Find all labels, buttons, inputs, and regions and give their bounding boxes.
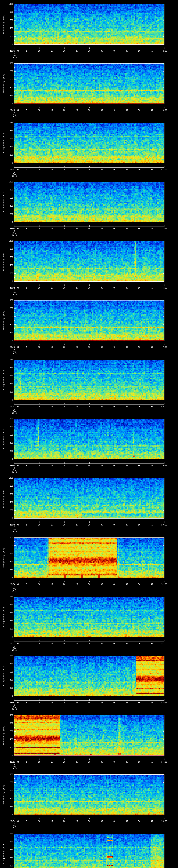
x-tick-label: 45 bbox=[126, 583, 128, 585]
x-end-time-label: 42:00 bbox=[161, 50, 167, 52]
x-tick-label: 30 bbox=[88, 524, 90, 526]
x-tick-label: 50 bbox=[138, 761, 141, 763]
y-tick-label: 600 bbox=[0, 434, 13, 436]
y-tick-label: 800 bbox=[0, 367, 13, 369]
x-end-time-label: 54:00 bbox=[161, 761, 167, 763]
x-tick-label: 45 bbox=[126, 346, 128, 348]
spectrogram-panel-6: Frequency (Hz)0200400600800100023:46:005… bbox=[0, 296, 178, 355]
y-axis-title: Frequency (Hz) bbox=[3, 488, 5, 508]
y-axis-title: Frequency (Hz) bbox=[3, 251, 5, 271]
spectrogram-canvas bbox=[0, 830, 178, 868]
date-line: 2015 bbox=[12, 57, 17, 59]
x-tick-label: 30 bbox=[88, 820, 90, 823]
x-tick-label: 55 bbox=[151, 702, 153, 704]
y-tick-label: 400 bbox=[0, 383, 13, 385]
y-tick-label: 0 bbox=[0, 458, 13, 460]
x-tick-label: 35 bbox=[101, 287, 103, 289]
x-tick-label: 25 bbox=[76, 346, 78, 348]
x-tick-label: 25 bbox=[76, 50, 78, 52]
x-tick-label: 20 bbox=[63, 168, 65, 170]
x-tick-label: 55 bbox=[151, 287, 153, 289]
x-tick-label: 5 bbox=[26, 406, 27, 408]
x-tick-label: 30 bbox=[88, 50, 90, 52]
x-tick-label: 20 bbox=[63, 761, 65, 763]
y-tick-label: 800 bbox=[0, 545, 13, 547]
x-tick-label: 40 bbox=[113, 346, 115, 348]
x-tick-label: 15 bbox=[51, 287, 53, 289]
y-axis-title: Frequency (Hz) bbox=[3, 73, 5, 93]
x-tick-label: 35 bbox=[101, 50, 103, 52]
y-tick-label: 200 bbox=[0, 746, 13, 749]
y-tick-label: 0 bbox=[0, 636, 13, 638]
x-tick-label: 10 bbox=[38, 346, 40, 348]
x-start-time-label: 23:49:00 bbox=[10, 524, 19, 526]
x-start-time-label: 23:46:00 bbox=[10, 346, 19, 348]
x-tick-label: 25 bbox=[76, 109, 78, 111]
x-tick-label: 5 bbox=[26, 761, 27, 763]
x-tick-label: 35 bbox=[101, 346, 103, 348]
x-tick-label: 5 bbox=[26, 820, 27, 823]
y-axis-title: Frequency (Hz) bbox=[3, 548, 5, 567]
x-tick-label: 40 bbox=[113, 643, 115, 645]
x-tick-label: 10 bbox=[38, 50, 40, 52]
x-tick-label: 20 bbox=[63, 702, 65, 704]
x-tick-label: 20 bbox=[63, 346, 65, 348]
x-tick-label: 10 bbox=[38, 702, 40, 704]
spectrogram-panel-5: Frequency (Hz)0200400600800100023:45:005… bbox=[0, 237, 178, 296]
x-tick-label: 25 bbox=[76, 287, 78, 289]
y-tick-label: 600 bbox=[0, 138, 13, 140]
y-tick-label: 600 bbox=[0, 197, 13, 199]
x-end-time-label: 53:00 bbox=[161, 702, 167, 704]
spectrogram-panel-2: Frequency (Hz)0200400600800100023:42:005… bbox=[0, 59, 178, 119]
x-tick-label: 25 bbox=[76, 643, 78, 645]
x-tick-label: 35 bbox=[101, 524, 103, 526]
y-tick-label: 400 bbox=[0, 146, 13, 148]
x-tick-label: 5 bbox=[26, 168, 27, 170]
x-tick-label: 35 bbox=[101, 406, 103, 408]
x-tick-label: 15 bbox=[51, 109, 53, 111]
x-end-time-label: 50:00 bbox=[161, 524, 167, 526]
y-tick-label: 400 bbox=[0, 323, 13, 326]
y-tick-label: 800 bbox=[0, 248, 13, 250]
y-tick-label: 600 bbox=[0, 493, 13, 495]
x-tick-label: 55 bbox=[151, 583, 153, 585]
spectrogram-panel-4: Frequency (Hz)0200400600800100023:44:005… bbox=[0, 178, 178, 237]
x-tick-label: 45 bbox=[126, 228, 128, 230]
y-tick-label: 600 bbox=[0, 79, 13, 81]
x-tick-label: 5 bbox=[26, 583, 27, 585]
x-tick-label: 15 bbox=[51, 820, 53, 823]
spectrogram-panel-11: Frequency (Hz)0200400600800100023:51:005… bbox=[0, 592, 178, 652]
y-tick-label: 800 bbox=[0, 603, 13, 606]
y-axis-title: Frequency (Hz) bbox=[3, 429, 5, 449]
y-tick-label: 200 bbox=[0, 628, 13, 630]
x-tick-label: 40 bbox=[113, 168, 115, 170]
x-tick-label: 25 bbox=[76, 820, 78, 823]
y-tick-label: 800 bbox=[0, 841, 13, 843]
x-tick-label: 20 bbox=[63, 820, 65, 823]
x-tick-label: 25 bbox=[76, 583, 78, 585]
x-tick-label: 55 bbox=[151, 524, 153, 526]
x-tick-label: 20 bbox=[63, 583, 65, 585]
spectrogram-panel-12: Frequency (Hz)0200400600800100023:52:005… bbox=[0, 652, 178, 711]
x-end-time-label: 48:00 bbox=[161, 406, 167, 408]
y-tick-label: 1000 bbox=[0, 536, 13, 538]
x-tick-label: 55 bbox=[151, 406, 153, 408]
x-tick-label: 45 bbox=[126, 524, 128, 526]
y-tick-label: 1000 bbox=[0, 359, 13, 361]
x-tick-label: 45 bbox=[126, 168, 128, 170]
x-tick-label: 40 bbox=[113, 820, 115, 823]
y-tick-label: 800 bbox=[0, 485, 13, 487]
y-tick-label: 400 bbox=[0, 27, 13, 29]
y-tick-label: 800 bbox=[0, 722, 13, 724]
y-axis-title: Frequency (Hz) bbox=[3, 192, 5, 212]
x-tick-label: 50 bbox=[138, 820, 141, 823]
x-tick-label: 15 bbox=[51, 643, 53, 645]
x-tick-label: 50 bbox=[138, 346, 141, 348]
y-tick-label: 400 bbox=[0, 857, 13, 859]
y-tick-label: 1000 bbox=[0, 477, 13, 479]
y-tick-label: 800 bbox=[0, 663, 13, 665]
x-tick-label: 30 bbox=[88, 761, 90, 763]
y-tick-label: 400 bbox=[0, 501, 13, 503]
x-tick-label: 20 bbox=[63, 524, 65, 526]
x-tick-label: 55 bbox=[151, 465, 153, 467]
